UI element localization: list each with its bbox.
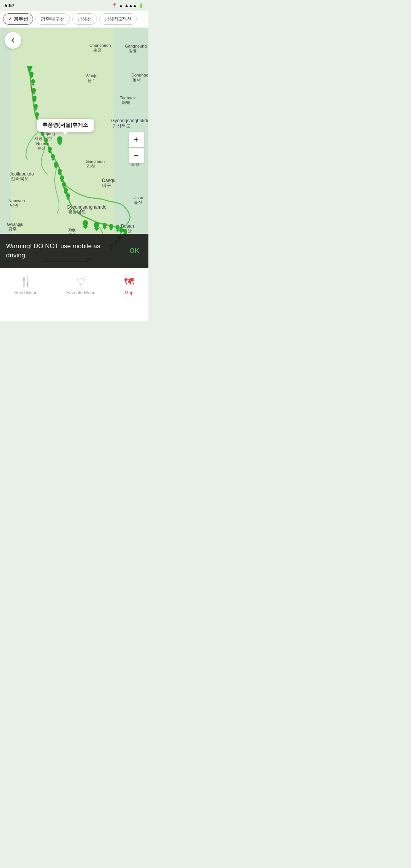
- tab-gyeongbu[interactable]: ✓ 경부선: [3, 13, 33, 25]
- location-icon: 📍: [112, 3, 117, 8]
- favorite-menu-icon: ♡: [76, 276, 85, 288]
- svg-text:김천: 김천: [87, 164, 95, 168]
- svg-rect-73: [64, 188, 68, 192]
- svg-rect-47: [33, 96, 37, 100]
- status-time: 5:57: [5, 3, 14, 8]
- tab-namhae2[interactable]: 남해제2지선: [99, 13, 137, 25]
- svg-rect-43: [31, 79, 35, 84]
- svg-rect-79: [94, 222, 99, 228]
- svg-rect-59: [44, 138, 48, 143]
- status-bar: 5:57 📍 ▲ ▲▲▲ 🔋: [0, 0, 148, 11]
- zoom-controls: + −: [129, 132, 144, 163]
- svg-text:세종/대전: 세종/대전: [34, 136, 52, 140]
- svg-text:Donghae: Donghae: [131, 73, 148, 77]
- signal-icon: ▲: [119, 3, 123, 8]
- nav-map[interactable]: 🗺 Map: [116, 276, 142, 295]
- svg-text:논산: 논산: [37, 146, 46, 150]
- svg-rect-65: [54, 162, 58, 166]
- svg-text:Gimcheon: Gimcheon: [86, 159, 105, 164]
- svg-rect-87: [119, 227, 123, 231]
- svg-rect-89: [123, 229, 127, 233]
- svg-text:광주: 광주: [8, 227, 17, 231]
- korea-map-svg: Chuncheon 춘천 Gangneung 강릉 Wonju 원주 Dongh…: [0, 27, 148, 268]
- warning-text: Warning! DO NOT use mobile as driving.: [6, 242, 122, 260]
- svg-rect-1: [0, 28, 11, 268]
- nav-favorite-menu[interactable]: ♡ Favorite Menu: [59, 276, 103, 295]
- svg-rect-71: [62, 182, 66, 187]
- svg-rect-61: [48, 147, 52, 151]
- svg-text:경상북도: 경상북도: [112, 123, 131, 129]
- food-menu-label: Food Menu: [14, 290, 38, 295]
- svg-text:Nonsan: Nonsan: [36, 141, 51, 146]
- map-background: Chuncheon 춘천 Gangneung 강릉 Wonju 원주 Dongh…: [0, 27, 148, 268]
- warning-banner: Warning! DO NOT use mobile as driving. O…: [0, 234, 148, 268]
- zoom-out-button[interactable]: −: [129, 148, 144, 163]
- svg-rect-53: [57, 136, 62, 142]
- tab-namhae[interactable]: 남해선: [72, 13, 97, 25]
- route-tabs: ✓ 경부선 광주대구선 남해선 남해제2지선: [0, 11, 148, 27]
- wifi-icon: ▲▲▲: [124, 3, 137, 8]
- svg-text:울산: 울산: [134, 200, 142, 204]
- back-button[interactable]: [5, 32, 21, 49]
- svg-text:Gangneung: Gangneung: [125, 44, 147, 48]
- svg-text:Daegu: Daegu: [102, 178, 115, 183]
- svg-rect-45: [32, 88, 36, 93]
- svg-text:동해: 동해: [132, 77, 141, 82]
- svg-text:원주: 원주: [88, 78, 96, 83]
- nav-food-menu[interactable]: 🍴 Food Menu: [7, 276, 45, 295]
- favorite-menu-label: Favorite Menu: [66, 290, 96, 295]
- svg-text:강릉: 강릉: [129, 48, 137, 53]
- svg-text:Taebaek: Taebaek: [120, 96, 136, 100]
- svg-rect-40: [28, 66, 31, 71]
- svg-text:전라북도: 전라북도: [11, 176, 29, 181]
- map-container[interactable]: Chuncheon 춘천 Gangneung 강릉 Wonju 원주 Dongh…: [0, 27, 148, 268]
- status-icons: 📍 ▲ ▲▲▲ 🔋: [112, 3, 144, 8]
- map-label: Map: [125, 290, 134, 295]
- warning-ok-button[interactable]: OK: [127, 247, 143, 255]
- battery-icon: 🔋: [139, 3, 144, 8]
- svg-rect-51: [35, 112, 39, 117]
- svg-rect-49: [34, 104, 38, 108]
- svg-text:Gyeongsangbukdo: Gyeongsangbukdo: [111, 118, 148, 123]
- food-menu-icon: 🍴: [20, 276, 32, 288]
- svg-text:태백: 태백: [122, 100, 130, 105]
- svg-text:Chuncheon: Chuncheon: [89, 43, 111, 48]
- svg-rect-83: [109, 224, 113, 228]
- svg-rect-77: [83, 220, 88, 226]
- svg-text:춘천: 춘천: [93, 48, 102, 52]
- svg-text:Namwon: Namwon: [8, 198, 25, 203]
- svg-rect-75: [66, 193, 70, 198]
- svg-text:Jinju: Jinju: [68, 228, 76, 232]
- svg-text:Gwangju: Gwangju: [7, 222, 23, 227]
- svg-rect-41: [30, 72, 33, 76]
- check-icon: ✓: [8, 16, 12, 22]
- svg-text:Ulsan: Ulsan: [132, 195, 143, 200]
- zoom-in-button[interactable]: +: [129, 132, 144, 147]
- svg-rect-81: [103, 223, 107, 227]
- map-tooltip: 추풍령(서울)휴게소: [37, 119, 94, 132]
- svg-text:경상남도: 경상남도: [68, 209, 86, 214]
- svg-rect-85: [116, 225, 119, 230]
- svg-text:대구: 대구: [102, 183, 111, 188]
- bottom-nav: 🍴 Food Menu ♡ Favorite Menu 🗺 Map: [0, 268, 148, 321]
- svg-rect-69: [60, 176, 64, 180]
- svg-text:남원: 남원: [10, 203, 18, 207]
- map-icon: 🗺: [124, 276, 134, 288]
- svg-rect-63: [51, 154, 55, 159]
- tab-gwangjudaegu[interactable]: 광주대구선: [35, 13, 70, 25]
- svg-text:Wonju: Wonju: [86, 73, 97, 78]
- svg-rect-67: [58, 169, 62, 173]
